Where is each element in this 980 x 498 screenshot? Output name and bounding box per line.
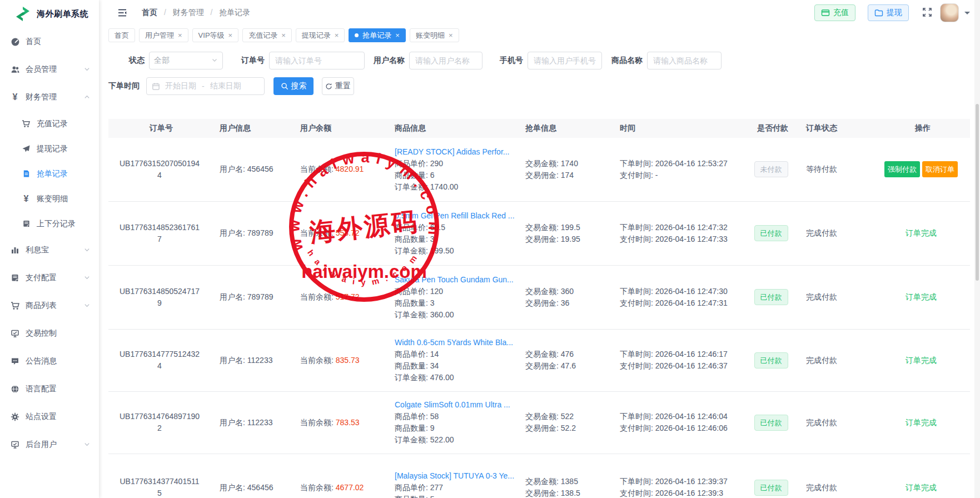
bar-chart-icon bbox=[10, 245, 20, 255]
tab-user-management[interactable]: 用户管理× bbox=[139, 28, 188, 42]
cancel-order-button[interactable]: 取消订单 bbox=[922, 161, 958, 177]
avatar-dropdown-caret[interactable] bbox=[964, 12, 970, 17]
user-avatar[interactable] bbox=[940, 3, 959, 22]
app-logo: 海外刷单系统 bbox=[0, 0, 99, 28]
sidebar-item-language-config[interactable]: 语言配置 bbox=[0, 375, 99, 403]
sidebar-item-announcements[interactable]: 公告消息 bbox=[0, 347, 99, 375]
monitor-icon bbox=[10, 328, 20, 338]
order-complete-link[interactable]: 订单完成 bbox=[906, 292, 937, 301]
yen-icon: ¥ bbox=[21, 194, 31, 204]
tab-vip-level[interactable]: VIP等级× bbox=[192, 28, 239, 42]
balance-value: 553.72 bbox=[336, 228, 360, 237]
menu-collapse-icon[interactable] bbox=[117, 8, 127, 17]
user-info: 用户名: 112233 bbox=[220, 356, 272, 365]
close-icon[interactable]: × bbox=[281, 32, 286, 39]
product-price: 商品单价: 277 bbox=[395, 483, 443, 492]
sidebar-item-updown-records[interactable]: 上下分记录 bbox=[0, 211, 99, 236]
sidebar-item-product-list[interactable]: 商品列表 bbox=[0, 292, 99, 320]
order-no-input[interactable] bbox=[269, 52, 365, 69]
status-select-value: 全部 bbox=[154, 56, 170, 66]
order-time-label: 下单时间 bbox=[108, 81, 140, 91]
yen-icon: ¥ bbox=[10, 92, 20, 102]
date-range-picker[interactable]: 开始日期 - 结束日期 bbox=[146, 77, 265, 95]
admin-icon bbox=[10, 440, 20, 450]
product-link[interactable]: 0.5mm Gel Pen Refill Black Red ... bbox=[395, 210, 516, 222]
order-amount: 订单金额: 199.50 bbox=[395, 246, 454, 255]
order-complete-link[interactable]: 订单完成 bbox=[906, 483, 937, 492]
order-no: UB17763148505247179 bbox=[118, 286, 201, 309]
recharge-button[interactable]: 充值 bbox=[814, 4, 855, 21]
fullscreen-icon[interactable] bbox=[922, 7, 932, 19]
search-label: 搜索 bbox=[291, 81, 307, 91]
scrollbar-thumb[interactable] bbox=[976, 104, 979, 281]
sidebar-item-trade-control[interactable]: 交易控制 bbox=[0, 320, 99, 347]
tab-home[interactable]: 首页 bbox=[108, 28, 135, 42]
breadcrumb-home[interactable]: 首页 bbox=[142, 8, 157, 17]
product-link[interactable]: Sakura Pen Touch Gundam Gun... bbox=[395, 274, 516, 286]
order-complete-link[interactable]: 订单完成 bbox=[906, 356, 937, 365]
close-icon[interactable]: × bbox=[449, 32, 453, 39]
sidebar-item-members[interactable]: 会员管理 bbox=[0, 56, 99, 83]
sidebar-item-finance[interactable]: ¥ 财务管理 bbox=[0, 83, 99, 111]
breadcrumb: 首页 / 财务管理 / 抢单记录 bbox=[142, 8, 250, 18]
balance-label: 当前余额: bbox=[300, 356, 334, 365]
sidebar-item-admin-users[interactable]: 后台用户 bbox=[0, 431, 99, 459]
tab-recharge-records[interactable]: 充值记录× bbox=[242, 28, 292, 42]
product-link[interactable]: [READY STOCK] Adidas Perfor... bbox=[395, 146, 516, 158]
col-product-info: 商品信息 bbox=[389, 119, 520, 138]
user-info: 用户名: 112233 bbox=[220, 418, 272, 427]
message-icon bbox=[10, 356, 20, 366]
withdraw-button[interactable]: 提现 bbox=[868, 4, 909, 21]
order-complete-link[interactable]: 订单完成 bbox=[906, 418, 937, 427]
product-link[interactable]: Width 0.6-5cm 5Yards White Bla... bbox=[395, 337, 516, 348]
order-no-label: 订单号 bbox=[241, 56, 265, 66]
sidebar-item-withdraw-records[interactable]: 提现记录 bbox=[0, 136, 99, 161]
main-area: 首页 / 财务管理 / 抢单记录 充值 提现 bbox=[99, 0, 980, 498]
sidebar-item-home[interactable]: 首页 bbox=[0, 28, 99, 56]
search-button[interactable]: 搜索 bbox=[273, 77, 314, 95]
balance-label: 当前余额: bbox=[300, 418, 334, 427]
close-icon[interactable]: × bbox=[178, 32, 182, 39]
sidebar-item-payment-config[interactable]: 支付配置 bbox=[0, 264, 99, 292]
user-info: 用户名: 456456 bbox=[220, 165, 273, 173]
sidebar-item-site-settings[interactable]: 站点设置 bbox=[0, 403, 99, 431]
force-pay-button[interactable]: 强制付款 bbox=[884, 161, 920, 177]
trade-fee: 交易佣金: 36 bbox=[525, 298, 569, 307]
tab-label: 充值记录 bbox=[248, 31, 277, 41]
reset-button[interactable]: 重置 bbox=[322, 77, 354, 95]
product-link[interactable]: Colgate SlimSoft 0.01mm Ultra ... bbox=[395, 399, 516, 411]
order-complete-link[interactable]: 订单完成 bbox=[906, 228, 937, 237]
balance-value: 517.72 bbox=[336, 292, 360, 301]
phone-input[interactable] bbox=[528, 52, 602, 69]
chevron-down-icon bbox=[84, 246, 90, 255]
balance-label: 当前余额: bbox=[300, 165, 334, 173]
order-status: 等待付款 bbox=[806, 165, 837, 173]
sidebar-item-interest[interactable]: 利息宝 bbox=[0, 236, 99, 264]
tab-withdraw-records[interactable]: 提现记录× bbox=[296, 28, 345, 42]
sidebar-item-grab-records[interactable]: 抢单记录 bbox=[0, 161, 99, 186]
close-icon[interactable]: × bbox=[228, 32, 233, 39]
tab-grab-records[interactable]: 抢单记录× bbox=[349, 28, 406, 42]
tab-balance-changes[interactable]: 账变明细× bbox=[410, 28, 459, 42]
user-name-label: 用户名称 bbox=[374, 56, 405, 66]
breadcrumb-page: 抢单记录 bbox=[219, 8, 250, 17]
breadcrumb-section[interactable]: 财务管理 bbox=[173, 8, 204, 17]
tab-label: 账变明细 bbox=[416, 31, 445, 41]
trade-amount: 交易金额: 199.5 bbox=[525, 223, 580, 232]
sidebar-item-label: 语言配置 bbox=[26, 384, 57, 394]
sidebar-item-balance-changes[interactable]: ¥ 账变明细 bbox=[0, 186, 99, 211]
tab-bar: 首页 用户管理× VIP等级× 充值记录× 提现记录× 抢单记录× 账变明细× bbox=[99, 26, 980, 44]
status-select[interactable]: 全部 bbox=[149, 52, 223, 69]
cart-icon bbox=[10, 301, 20, 311]
scrollbar-track bbox=[974, 0, 980, 498]
product-name-input[interactable] bbox=[647, 52, 722, 69]
paid-badge: 已付款 bbox=[754, 352, 788, 368]
product-link[interactable]: [Malaysia Stock] TUTUYA 0-3 Ye... bbox=[395, 470, 516, 482]
sidebar-item-recharge-records[interactable]: 充值记录 bbox=[0, 111, 99, 136]
user-name-input[interactable] bbox=[409, 52, 482, 69]
close-icon[interactable]: × bbox=[395, 32, 400, 39]
col-grab-info: 抢单信息 bbox=[520, 119, 614, 138]
phone-label: 手机号 bbox=[500, 56, 523, 66]
trade-amount: 交易金额: 522 bbox=[525, 412, 574, 421]
close-icon[interactable]: × bbox=[335, 32, 339, 39]
